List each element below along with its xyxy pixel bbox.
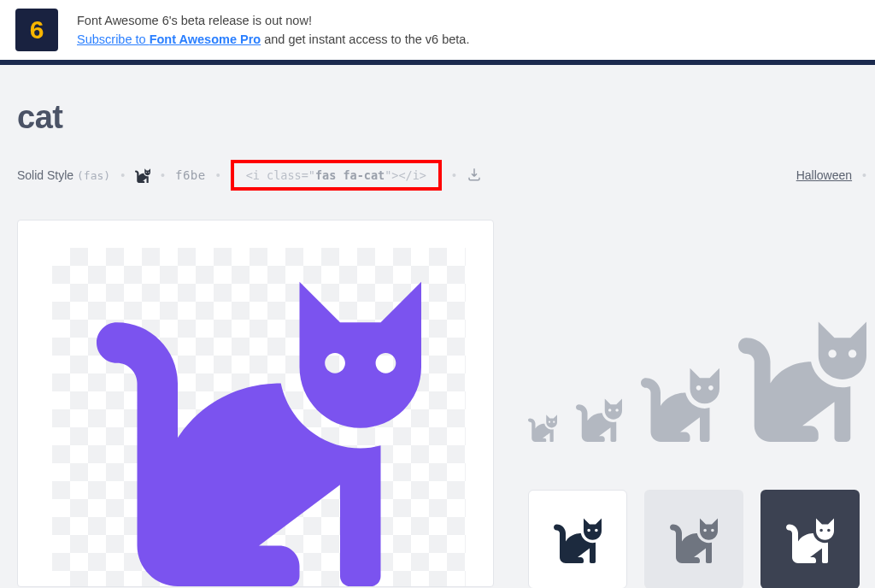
category-link[interactable]: Halloween: [796, 168, 852, 182]
variant-dark[interactable]: [760, 490, 860, 588]
cat-icon: [554, 515, 602, 563]
banner-text: Font Awesome 6's beta release is out now…: [77, 11, 469, 50]
cat-icon: [62, 262, 455, 586]
banner-line-1: Font Awesome 6's beta release is out now…: [77, 11, 469, 30]
download-icon[interactable]: [467, 167, 482, 185]
cat-icon[interactable]: [528, 413, 557, 442]
version-badge: 6: [15, 9, 58, 51]
subscribe-link[interactable]: Subscribe to Font Awesome Pro: [77, 32, 261, 46]
announcement-banner: 6 Font Awesome 6's beta release is out n…: [0, 0, 875, 65]
banner-line-2-rest: and get instant access to the v6 beta.: [261, 32, 469, 46]
icon-preview-card: [17, 220, 494, 587]
cat-icon[interactable]: [738, 314, 866, 442]
icon-title: cat: [17, 99, 866, 136]
unicode-code[interactable]: f6be: [175, 168, 206, 182]
cat-icon: [670, 515, 718, 563]
cat-icon: [786, 515, 834, 563]
cat-icon[interactable]: [135, 168, 150, 183]
variant-light[interactable]: [528, 490, 627, 588]
size-previews: [528, 314, 866, 442]
color-variants: [528, 490, 866, 588]
checker-background: [52, 248, 466, 586]
icon-meta-row: Solid Style (fas) • • f6be • <i class="f…: [17, 160, 866, 191]
variant-grey[interactable]: [644, 490, 743, 588]
cat-icon[interactable]: [641, 363, 719, 442]
cat-icon[interactable]: [576, 396, 622, 442]
html-snippet[interactable]: <i class="fas fa-cat"></i>: [231, 160, 442, 191]
style-label: Solid Style (fas): [17, 168, 110, 182]
